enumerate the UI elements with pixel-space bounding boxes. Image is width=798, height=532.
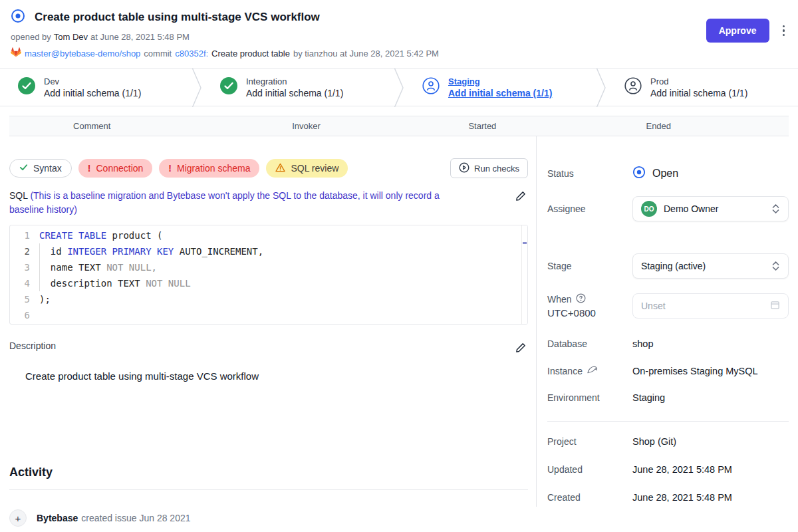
check-badge-sql-review[interactable]: SQL review [266, 159, 348, 178]
updated-value: June 28, 2021 5:48 PM [632, 464, 732, 475]
divider [547, 421, 789, 422]
activity-text: created issue Jun 28 2021 [81, 513, 190, 523]
commit-hash-link[interactable]: c80352f: [175, 49, 208, 59]
updated-label: Updated [547, 464, 632, 475]
stage-person-icon [624, 77, 642, 97]
exclamation-icon: ! [88, 163, 91, 174]
status-open-icon [632, 166, 646, 182]
project-row: Project Shop (Git) [547, 436, 789, 447]
stage-name: Integration [246, 76, 343, 86]
stage-prod[interactable]: Prod Add initial schema (1/1) [606, 68, 798, 106]
activity-actor: Bytebase [37, 513, 78, 523]
check-badges-row: Syntax ! Connection ! Migration schema S… [9, 158, 528, 178]
issue-header: Create product table using multi-stage V… [0, 0, 798, 59]
project-label: Project [547, 436, 632, 447]
issue-status-icon [11, 9, 25, 26]
exclamation-icon: ! [168, 163, 172, 174]
stage-select[interactable]: Staging (active) [632, 253, 789, 279]
stage-separator [192, 68, 202, 106]
gitlab-icon [11, 47, 21, 59]
edit-description-pencil-icon[interactable] [513, 340, 528, 357]
approve-button[interactable]: Approve [706, 19, 769, 43]
stage-task-link[interactable]: Add initial schema (1/1) [448, 88, 552, 98]
stage-task: Add initial schema (1/1) [650, 88, 747, 98]
stage-row: Stage Staging (active) [547, 253, 789, 279]
environment-row: Environment Staging [547, 392, 789, 403]
instance-value: On-premises Staging MySQL [632, 366, 758, 376]
indent-guide [39, 259, 51, 275]
page-title: Create product table using multi-stage V… [35, 11, 320, 24]
indent-guide [39, 243, 51, 259]
help-icon[interactable] [576, 293, 586, 305]
when-datepicker[interactable] [632, 293, 789, 319]
run-checks-button[interactable]: Run checks [450, 158, 528, 178]
project-value: Shop (Git) [632, 436, 676, 447]
line-number: 6 [10, 307, 39, 323]
sql-baseline-note: (This is a baseline migration and Byteba… [9, 190, 440, 215]
status-row: Status Open [547, 166, 789, 182]
stage-person-icon [422, 77, 440, 97]
line-number: 5 [10, 291, 39, 307]
column-header-ended: Ended [646, 121, 671, 131]
created-value: June 28, 2021 5:48 PM [632, 492, 732, 503]
editor-overview-ruler[interactable] [521, 225, 527, 324]
calendar-icon [770, 300, 780, 313]
edit-sql-pencil-icon[interactable] [513, 189, 528, 205]
created-row: Created June 28, 2021 5:48 PM [547, 492, 789, 503]
stage-integration[interactable]: Integration Add initial schema (1/1) [202, 68, 394, 106]
database-row: Database shop [547, 338, 789, 349]
sql-code-editor[interactable]: 1CREATE TABLE product ( 2id INTEGER PRIM… [9, 225, 528, 325]
commit-line: master@bytebase-demo/shop commit c80352f… [11, 47, 787, 59]
stage-done-icon [18, 77, 35, 97]
warning-triangle-icon [275, 163, 285, 174]
status-label: Status [547, 168, 632, 179]
stage-dev[interactable]: Dev Add initial schema (1/1) [0, 68, 192, 106]
stage-separator [394, 68, 404, 106]
issue-sidebar: Status Open Assignee DO Demo Owner Stage… [536, 136, 798, 507]
stage-task: Add initial schema (1/1) [44, 88, 141, 98]
assignee-label: Assignee [547, 203, 632, 214]
commit-message: Create product table [211, 49, 290, 59]
environment-value: Staging [632, 392, 665, 403]
when-label: When UTC+0800 [547, 293, 632, 319]
line-number: 3 [10, 259, 39, 275]
chevron-updown-icon [771, 261, 780, 271]
database-value: shop [632, 338, 653, 349]
stage-name: Staging [448, 76, 552, 86]
created-label: Created [547, 492, 632, 503]
divider [9, 489, 528, 490]
task-table-header: Comment Invoker Started Ended [9, 116, 789, 136]
status-badge: Open [632, 166, 678, 182]
stage-staging[interactable]: Staging Add initial schema (1/1) [404, 68, 596, 106]
kebab-menu-icon[interactable] [780, 23, 788, 39]
when-timezone: UTC+0800 [547, 307, 632, 319]
ruler-decoration [523, 242, 527, 244]
commit-meta: by tianzhou at June 28, 2021 5:42 PM [293, 49, 439, 59]
branch-repo-link[interactable]: master@bytebase-demo/shop [25, 49, 140, 59]
mysql-dolphin-icon [587, 365, 598, 376]
stage-separator [596, 68, 606, 106]
stage-name: Prod [650, 76, 747, 86]
stage-done-icon [220, 77, 237, 97]
database-label: Database [547, 338, 632, 349]
sql-label: SQL [9, 190, 28, 201]
main-panel: Syntax ! Connection ! Migration schema S… [0, 136, 536, 507]
updated-row: Updated June 28, 2021 5:48 PM [547, 464, 789, 475]
stage-pipeline: Dev Add initial schema (1/1) Integration… [0, 68, 798, 106]
column-header-started: Started [468, 121, 496, 131]
instance-row: Instance On-premises Staging MySQL [547, 365, 789, 376]
assignee-avatar: DO [641, 201, 657, 217]
when-row: When UTC+0800 [547, 293, 789, 319]
assignee-select[interactable]: DO Demo Owner [632, 196, 789, 221]
instance-label: Instance [547, 365, 632, 376]
check-badge-migration-schema[interactable]: ! Migration schema [159, 159, 259, 178]
line-number: 2 [10, 243, 39, 259]
assignee-row: Assignee DO Demo Owner [547, 196, 789, 221]
when-input[interactable] [641, 301, 770, 311]
check-badge-syntax[interactable]: Syntax [9, 159, 72, 178]
check-badge-connection[interactable]: ! Connection [78, 159, 153, 178]
stage-task: Add initial schema (1/1) [246, 88, 343, 98]
plus-icon: + [9, 509, 27, 527]
play-circle-icon [459, 162, 469, 175]
environment-label: Environment [547, 392, 632, 403]
